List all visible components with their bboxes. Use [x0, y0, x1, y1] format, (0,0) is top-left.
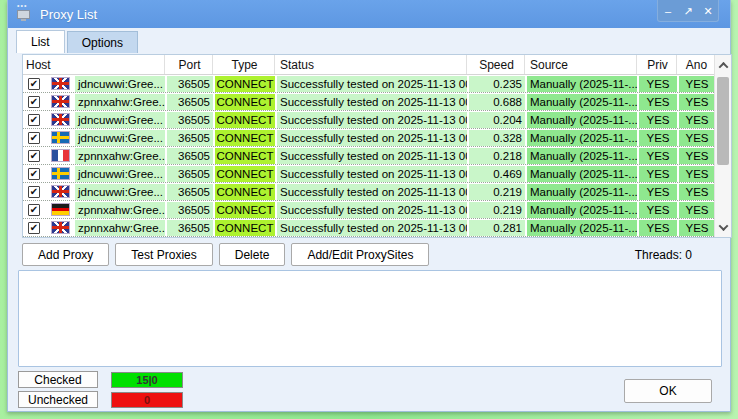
titlebar[interactable]: ••• Proxy List – ↗ ✕	[8, 0, 730, 28]
type-cell: CONNECT	[215, 148, 275, 164]
country-flag-icon	[47, 112, 73, 128]
port-cell: 36505	[167, 148, 213, 164]
host-cell: zpnnxahw:Gree...	[75, 202, 165, 218]
add-proxy-button[interactable]: Add Proxy	[22, 243, 109, 266]
country-flag-icon	[47, 184, 73, 200]
checkbox-icon[interactable]	[28, 186, 40, 198]
priv-cell: YES	[639, 94, 677, 110]
minimize-icon[interactable]: –	[659, 1, 678, 21]
table-row[interactable]: zpnnxahw:Gree... 36505 CONNECT Successfu…	[23, 201, 714, 219]
priv-cell: YES	[639, 148, 677, 164]
host-cell: zpnnxahw:Gree...	[75, 148, 165, 164]
checkbox-icon[interactable]	[28, 78, 40, 90]
delete-button[interactable]: Delete	[219, 243, 286, 266]
close-icon[interactable]: ✕	[699, 1, 718, 21]
ano-cell: YES	[679, 112, 714, 128]
scroll-down-icon[interactable]	[715, 219, 731, 235]
status-cell: Successfully tested on 2025-11-13 00...	[277, 112, 467, 128]
row-checkbox[interactable]	[23, 76, 45, 92]
scrollbar-thumb[interactable]	[717, 77, 729, 165]
host-cell: jdncuwwi:Gree...	[75, 184, 165, 200]
row-checkbox[interactable]	[23, 184, 45, 200]
column-header-host[interactable]: Host	[23, 55, 165, 74]
checkbox-icon[interactable]	[28, 222, 40, 234]
port-cell: 36505	[167, 220, 213, 236]
column-header-ano[interactable]: Ano	[679, 55, 714, 74]
port-cell: 36505	[167, 76, 213, 92]
ano-cell: YES	[679, 184, 714, 200]
checkbox-icon[interactable]	[28, 114, 40, 126]
country-flag-icon	[47, 166, 73, 182]
test-proxies-button[interactable]: Test Proxies	[115, 243, 212, 266]
country-flag-icon	[47, 220, 73, 236]
port-cell: 36505	[167, 166, 213, 182]
log-output-box[interactable]	[18, 270, 722, 367]
row-checkbox[interactable]	[23, 112, 45, 128]
ano-cell: YES	[679, 220, 714, 236]
table-row[interactable]: jdncuwwi:Gree... 36505 CONNECT Successfu…	[23, 75, 714, 93]
checked-status-row: Checked 15|0	[18, 371, 183, 388]
column-header-type[interactable]: Type	[215, 55, 275, 74]
priv-cell: YES	[639, 184, 677, 200]
type-cell: CONNECT	[215, 166, 275, 182]
source-cell: Manually (2025-11-...	[527, 166, 637, 182]
table-row[interactable]: jdncuwwi:Gree... 36505 CONNECT Successfu…	[23, 183, 714, 201]
country-flag-icon	[47, 130, 73, 146]
country-flag-icon	[47, 202, 73, 218]
speed-cell: 0.218	[469, 148, 525, 164]
action-button-row: Add Proxy Test Proxies Delete Add/Edit P…	[22, 243, 716, 266]
checkbox-icon[interactable]	[28, 168, 40, 180]
source-cell: Manually (2025-11-...	[527, 130, 637, 146]
row-checkbox[interactable]	[23, 148, 45, 164]
priv-cell: YES	[639, 112, 677, 128]
speed-cell: 0.219	[469, 184, 525, 200]
priv-cell: YES	[639, 76, 677, 92]
row-checkbox[interactable]	[23, 202, 45, 218]
port-cell: 36505	[167, 94, 213, 110]
scroll-up-icon[interactable]	[715, 57, 731, 73]
source-cell: Manually (2025-11-...	[527, 220, 637, 236]
priv-cell: YES	[639, 202, 677, 218]
type-cell: CONNECT	[215, 94, 275, 110]
source-cell: Manually (2025-11-...	[527, 76, 637, 92]
row-checkbox[interactable]	[23, 166, 45, 182]
row-checkbox[interactable]	[23, 130, 45, 146]
column-header-priv[interactable]: Priv	[639, 55, 677, 74]
column-header-source[interactable]: Source	[527, 55, 637, 74]
tab-options[interactable]: Options	[67, 31, 138, 53]
ano-cell: YES	[679, 166, 714, 182]
checkbox-icon[interactable]	[28, 150, 40, 162]
tab-list[interactable]: List	[16, 30, 65, 53]
table-row[interactable]: zpnnxahw:Gree... 36505 CONNECT Successfu…	[23, 219, 714, 237]
source-cell: Manually (2025-11-...	[527, 184, 637, 200]
column-header-status[interactable]: Status	[277, 55, 467, 74]
table-row[interactable]: zpnnxahw:Gree... 36505 CONNECT Successfu…	[23, 147, 714, 165]
add-edit-proxysites-button[interactable]: Add/Edit ProxySites	[291, 243, 429, 266]
checkbox-icon[interactable]	[28, 204, 40, 216]
checkbox-icon[interactable]	[28, 96, 40, 108]
window-title: Proxy List	[40, 7, 97, 22]
row-checkbox[interactable]	[23, 94, 45, 110]
port-cell: 36505	[167, 202, 213, 218]
table-row[interactable]: jdncuwwi:Gree... 36505 CONNECT Successfu…	[23, 129, 714, 147]
column-header-port[interactable]: Port	[167, 55, 213, 74]
country-flag-icon	[47, 94, 73, 110]
ok-button[interactable]: OK	[624, 379, 712, 403]
priv-cell: YES	[639, 166, 677, 182]
status-cell: Successfully tested on 2025-11-13 00...	[277, 94, 467, 110]
vertical-scrollbar[interactable]	[714, 55, 731, 237]
host-cell: jdncuwwi:Gree...	[75, 166, 165, 182]
row-checkbox[interactable]	[23, 220, 45, 236]
table-row[interactable]: jdncuwwi:Gree... 36505 CONNECT Successfu…	[23, 111, 714, 129]
column-header-speed[interactable]: Speed	[469, 55, 525, 74]
source-cell: Manually (2025-11-...	[527, 202, 637, 218]
table-row[interactable]: zpnnxahw:Gree... 36505 CONNECT Successfu…	[23, 93, 714, 111]
speed-cell: 0.204	[469, 112, 525, 128]
tab-bar: List Options	[16, 30, 722, 53]
table-row[interactable]: jdncuwwi:Gree... 36505 CONNECT Successfu…	[23, 165, 714, 183]
ano-cell: YES	[679, 202, 714, 218]
host-cell: jdncuwwi:Gree...	[75, 76, 165, 92]
type-cell: CONNECT	[215, 202, 275, 218]
maximize-icon[interactable]: ↗	[679, 1, 698, 21]
checkbox-icon[interactable]	[28, 132, 40, 144]
